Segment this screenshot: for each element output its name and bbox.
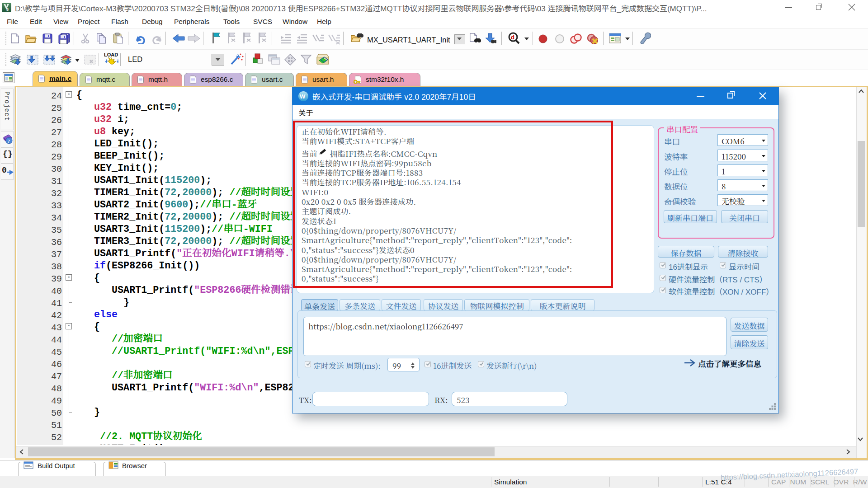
svg-text:5: 5 (6, 7, 9, 12)
svg-text:d: d (511, 34, 514, 41)
svg-text:W: W (300, 93, 306, 100)
svg-text:?: ? (8, 138, 10, 144)
svg-text:LOAD: LOAD (104, 52, 118, 57)
